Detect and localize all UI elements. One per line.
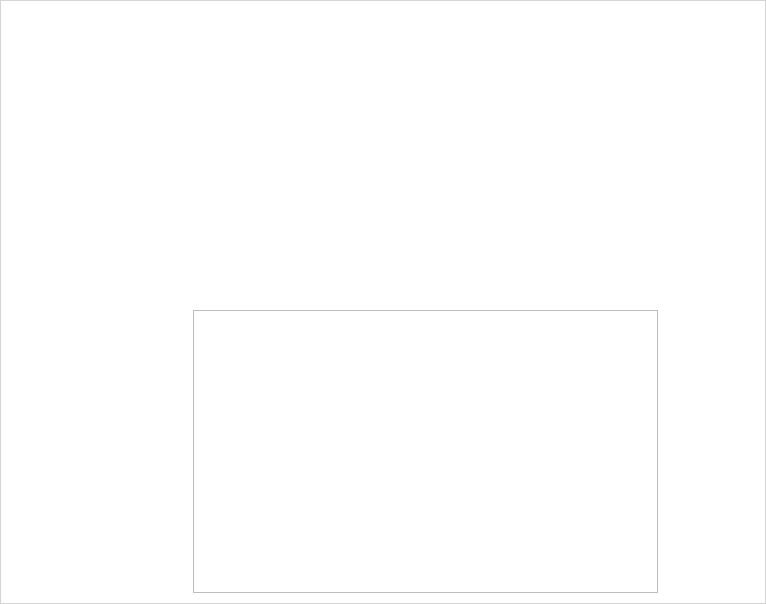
embedded-chart[interactable] <box>193 310 658 593</box>
spreadsheet-app <box>0 0 766 604</box>
presence-cursor-a1 <box>40 22 67 46</box>
chart-plot <box>194 311 657 592</box>
